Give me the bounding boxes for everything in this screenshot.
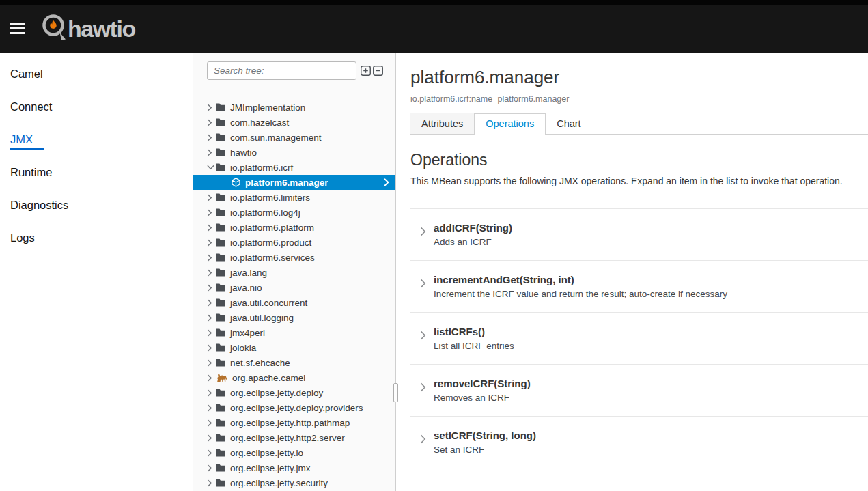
tree-item-label: JMImplementation xyxy=(230,102,305,113)
chevron-right-icon xyxy=(207,449,214,457)
tree-item[interactable]: org.eclipse.jetty.http2.server xyxy=(193,430,395,445)
hamburger-bar xyxy=(10,32,25,34)
chevron-down-icon xyxy=(207,165,214,170)
chevron-right-icon xyxy=(207,479,214,487)
chevron-right-icon xyxy=(207,314,214,322)
sidebar-item-label: Runtime xyxy=(10,166,52,179)
tree-toolbar xyxy=(361,66,383,76)
chevron-right-icon xyxy=(207,194,214,201)
tree-item[interactable]: jolokia xyxy=(193,340,395,355)
tree-item[interactable]: platform6.manager xyxy=(193,175,395,190)
tree-item[interactable]: net.sf.ehcache xyxy=(193,355,395,370)
tree-scrollbar-thumb[interactable] xyxy=(393,383,398,402)
operation-item[interactable]: removeICRF(String)Removes an ICRF xyxy=(410,365,868,417)
chevron-right-icon xyxy=(207,389,214,397)
tree-item[interactable]: org.eclipse.jetty.deploy xyxy=(193,385,395,400)
tree-item-label: io.platform6.platform xyxy=(230,223,314,233)
chevron-right-icon xyxy=(207,434,214,442)
folder-icon xyxy=(216,118,225,126)
tree-item[interactable]: jmx4perl xyxy=(193,325,395,340)
tree-item[interactable]: org.eclipse.jetty.jmx xyxy=(193,460,395,475)
chevron-right-icon xyxy=(207,344,214,352)
tree-item[interactable]: io.platform6.platform xyxy=(193,220,395,235)
operation-signature: removeICRF(String) xyxy=(434,378,868,389)
sidebar-item-camel[interactable]: Camel xyxy=(0,57,193,90)
sidebar-item-label: Logs xyxy=(10,232,35,244)
tree-item[interactable]: org.apache.camel xyxy=(193,370,395,385)
sidebar-item-label: Connect xyxy=(10,100,52,113)
tree-item[interactable]: java.util.concurrent xyxy=(193,295,395,310)
sidebar-item-jmx[interactable]: JMX xyxy=(0,123,193,156)
tree-item-label: io.platform6.icrf xyxy=(230,163,293,173)
tab-chart[interactable]: Chart xyxy=(546,113,591,134)
sidebar-item-logs[interactable]: Logs xyxy=(0,221,193,254)
tree-item[interactable]: io.platform6.limiters xyxy=(193,190,395,205)
sidebar-item-label: Diagnostics xyxy=(10,199,68,212)
tree-item-label: org.eclipse.jetty.http2.server xyxy=(230,433,345,443)
chevron-right-icon xyxy=(207,329,214,337)
operation-item[interactable]: addICRF(String)Adds an ICRF xyxy=(410,209,868,261)
operation-description: List all ICRF entries xyxy=(434,341,868,351)
expand-all-icon[interactable] xyxy=(361,66,371,76)
chevron-right-icon xyxy=(207,269,214,277)
tree-item[interactable]: java.lang xyxy=(193,265,395,280)
tree-item[interactable]: java.util.logging xyxy=(193,310,395,325)
operations-description: This MBean supports the following JMX op… xyxy=(410,176,868,186)
tree-item[interactable]: io.platform6.log4j xyxy=(193,205,395,220)
folder-icon xyxy=(216,283,225,292)
chevron-right-icon xyxy=(420,279,426,288)
folder-icon xyxy=(216,253,225,262)
tree-item[interactable]: hawtio xyxy=(193,145,395,160)
tab-operations[interactable]: Operations xyxy=(474,113,546,135)
tree-item-label: org.eclipse.jetty.jmx xyxy=(230,463,311,473)
tree-item-label: org.eclipse.jetty.io xyxy=(230,448,303,458)
collapse-all-icon[interactable] xyxy=(373,66,383,76)
operation-description: Removes an ICRF xyxy=(434,393,868,403)
chevron-right-icon xyxy=(384,178,389,186)
tree-item[interactable]: org.eclipse.jetty.io xyxy=(193,445,395,460)
tree-item[interactable]: com.hazelcast xyxy=(193,115,395,130)
tree-item-label: java.util.logging xyxy=(230,313,294,323)
tree-item[interactable]: io.platform6.icrf xyxy=(193,160,395,175)
tree-item-label: org.eclipse.jetty.security xyxy=(230,478,328,488)
tab-attributes[interactable]: Attributes xyxy=(410,113,474,134)
chevron-right-icon xyxy=(207,464,214,472)
operation-item[interactable]: listICRFs()List all ICRF entries xyxy=(410,313,868,365)
mbean-tabs: AttributesOperationsChart xyxy=(410,114,868,135)
chevron-right-icon xyxy=(207,299,214,307)
hamburger-bar xyxy=(10,23,25,25)
jmx-tree-panel: JMImplementationcom.hazelcastcom.sun.man… xyxy=(193,53,396,491)
tree-search-input[interactable] xyxy=(207,61,356,80)
chevron-right-icon xyxy=(420,434,426,444)
hawtio-brand[interactable]: hawtio xyxy=(40,12,135,45)
operation-item[interactable]: incrementAndGet(String, int)Increment th… xyxy=(410,261,868,313)
tree-item[interactable]: org.eclipse.jetty.deploy.providers xyxy=(193,400,395,415)
page-title: platform6.manager xyxy=(410,67,868,87)
tree-item[interactable]: java.nio xyxy=(193,280,395,295)
chevron-right-icon xyxy=(207,374,214,382)
tree-item[interactable]: org.eclipse.jetty.security xyxy=(193,475,395,490)
operation-description: Set an ICRF xyxy=(434,445,868,455)
sidebar-item-runtime[interactable]: Runtime xyxy=(0,156,193,188)
tree-item-label: io.platform6.services xyxy=(230,253,315,263)
tree-item[interactable]: org.eclipse.jetty.http.pathmap xyxy=(193,415,395,430)
folder-icon xyxy=(216,298,225,307)
operation-item[interactable]: setICRF(String, long)Set an ICRF xyxy=(410,417,868,468)
sidebar-item-connect[interactable]: Connect xyxy=(0,90,193,123)
chevron-right-icon xyxy=(207,359,214,367)
tree-item-label: hawtio xyxy=(230,148,257,158)
folder-icon xyxy=(216,328,225,337)
operation-signature: incrementAndGet(String, int) xyxy=(434,275,868,285)
tree-item[interactable]: io.platform6.product xyxy=(193,235,395,250)
tree-item[interactable]: io.platform6.services xyxy=(193,250,395,265)
operation-description: Increment the ICRF value and return the … xyxy=(434,290,868,299)
tree-item[interactable]: com.sun.management xyxy=(193,130,395,145)
tree-item[interactable]: JMImplementation xyxy=(193,100,395,115)
folder-icon xyxy=(216,389,225,397)
folder-icon xyxy=(216,133,225,141)
mbean-tree: JMImplementationcom.hazelcastcom.sun.man… xyxy=(193,100,395,490)
primary-sidebar: CamelConnectJMXRuntimeDiagnosticsLogs xyxy=(0,53,193,491)
hamburger-menu-icon[interactable] xyxy=(10,23,25,37)
sidebar-item-diagnostics[interactable]: Diagnostics xyxy=(0,188,193,221)
tree-item-label: org.eclipse.jetty.http.pathmap xyxy=(230,418,350,428)
